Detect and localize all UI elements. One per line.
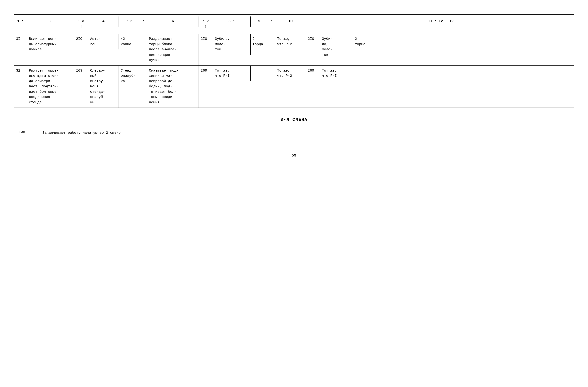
cell-32-3: I69: [74, 66, 88, 76]
cell-31-1: 3I: [14, 34, 27, 44]
cell-32-4: Слесар- ный инстру- мент стенда- опалуб-…: [88, 66, 119, 108]
col-header-5: ! 5: [119, 17, 140, 27]
cell-31-8: Зубило, моло- ток: [213, 34, 251, 55]
col-header-6: 6: [147, 17, 199, 27]
page-content: 1 ! 2 ! 3 ! 4 ! 5 ! 6 ! 7 ! 8 ! 9 ! IO !…: [14, 9, 574, 158]
col-header-sep2: !: [268, 17, 275, 27]
col-header-4: 4: [88, 17, 119, 27]
cell-31-10: То же, что Р-2: [275, 34, 306, 49]
cell-31-9: 2 торца: [251, 34, 268, 49]
shift-entry-text: Заканчивают работу начатую во 2 смену: [42, 130, 121, 136]
cell-32-1: 32: [14, 66, 27, 76]
shift-header: 3-я СМЕНА: [14, 117, 574, 122]
shift-entry-num: I35: [14, 130, 42, 134]
cell-31-sep: [140, 34, 147, 39]
cell-32-9: –: [251, 66, 268, 76]
col-header-1: 1 !: [14, 17, 27, 27]
page-number: 59: [14, 153, 574, 158]
cell-32-6: Смазывает под- шипники ма- невровой де- …: [147, 66, 199, 108]
cell-31-12: Зуби- ло, моло- ток: [320, 34, 353, 60]
cell-32-sep: [140, 66, 147, 71]
shift-entry: I35 Заканчивают работу начатую во 2 смен…: [14, 127, 574, 139]
col-header-8: 8 !: [213, 17, 251, 27]
cell-32-8: Тот же, что Р-I: [213, 66, 251, 81]
cell-31-3: 2IO: [74, 34, 88, 44]
cell-32-11: I69: [306, 66, 320, 76]
col-header-3: ! 3 !: [74, 17, 88, 32]
table-row: 32 Рихтует торце- вые щиты стен- да,осма…: [14, 66, 574, 108]
cell-31-4: Авто- ген: [88, 34, 119, 49]
cell-32-5: Стенд опалуб- ка: [119, 66, 140, 87]
cell-32-10: То же, что Р-2: [275, 66, 306, 81]
col-header-7: ! 7 !: [199, 17, 213, 32]
col-header-10: IO: [275, 17, 306, 27]
cell-32-sep2: [268, 66, 275, 71]
cell-31-5: 42 конца: [119, 34, 140, 49]
cell-31-sep2: [268, 34, 275, 39]
cell-32-12: Тот же, что Р-I: [320, 66, 353, 81]
table-header: 1 ! 2 ! 3 ! 4 ! 5 ! 6 ! 7 ! 8 ! 9 ! IO !…: [14, 14, 574, 34]
cell-31-13: 2 торца: [353, 34, 574, 49]
col-header-1112: !II ! I2 ! I2: [306, 17, 574, 27]
cell-32-13: –: [353, 66, 574, 76]
cell-32-7: I69: [199, 66, 213, 76]
cell-32-2: Рихтует торце- вые щиты стен- да,осматри…: [27, 66, 74, 108]
cell-31-7: 2IO: [199, 34, 213, 44]
table-row: 3I Выжигает кон- цы арматурных пучков 2I…: [14, 34, 574, 66]
col-header-9: 9: [251, 17, 268, 27]
cell-31-6: Разделывает торцы блока после выжига- ни…: [147, 34, 199, 65]
cell-31-2: Выжигает кон- цы арматурных пучков: [27, 34, 74, 55]
cell-31-11: 2IO: [306, 34, 320, 44]
col-header-2: 2: [27, 17, 74, 27]
col-header-sep1: !: [140, 17, 147, 27]
